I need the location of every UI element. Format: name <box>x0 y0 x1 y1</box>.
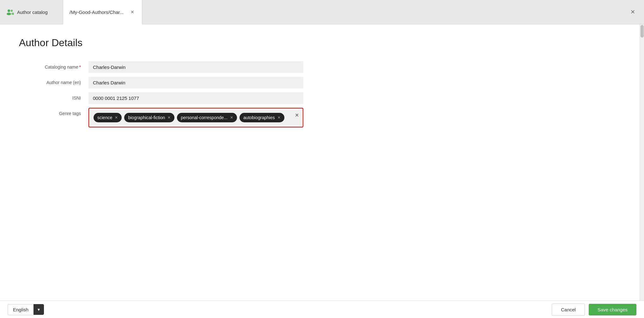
users-icon <box>6 9 14 15</box>
footer-actions: Cancel Save changes <box>552 303 636 316</box>
svg-point-3 <box>11 13 14 15</box>
main-content: Author Details Cataloging name* Author n… <box>0 24 644 301</box>
language-label: English <box>8 304 33 315</box>
cancel-button[interactable]: Cancel <box>552 303 585 316</box>
tag-remove-icon[interactable]: ✕ <box>230 116 233 119</box>
list-item: science✕ <box>94 113 122 122</box>
list-item: personal-corresponde...✕ <box>177 113 237 122</box>
tag-remove-icon[interactable]: ✕ <box>167 116 171 119</box>
author-name-row: Author name (en) <box>19 77 625 89</box>
genre-tags-field[interactable]: science✕biographical-fiction✕personal-co… <box>88 108 303 127</box>
svg-point-2 <box>11 10 13 12</box>
isni-row: ISNI <box>19 92 625 104</box>
language-selector: English ▾ <box>8 304 44 315</box>
tab-bar: Author catalog /My-Good-Authors/Char... … <box>0 0 644 24</box>
tag-label: science <box>97 115 112 120</box>
tab-close-icon[interactable]: ✕ <box>129 9 136 15</box>
tag-label: biographical-fiction <box>128 115 165 120</box>
tags-clear-all-icon[interactable]: ✕ <box>295 112 299 118</box>
isni-label: ISNI <box>19 92 88 101</box>
cataloging-name-row: Cataloging name* <box>19 61 625 73</box>
genre-tags-row: Genre tags science✕biographical-fiction✕… <box>19 108 625 127</box>
tab-author-catalog-label: Author catalog <box>17 9 48 15</box>
footer: English ▾ Cancel Save changes <box>0 301 644 318</box>
author-name-input[interactable] <box>88 77 303 89</box>
page-title: Author Details <box>19 37 625 49</box>
tag-label: autobiographies <box>243 115 275 120</box>
cataloging-name-input[interactable] <box>88 61 303 73</box>
tab-author-catalog[interactable]: Author catalog <box>0 0 63 24</box>
required-indicator: * <box>79 64 81 70</box>
chevron-down-icon: ▾ <box>38 307 40 312</box>
svg-point-1 <box>7 13 11 15</box>
cataloging-name-label: Cataloging name* <box>19 61 88 70</box>
tags-container: science✕biographical-fiction✕personal-co… <box>94 113 298 122</box>
tag-label: personal-corresponde... <box>181 115 228 120</box>
save-button[interactable]: Save changes <box>589 304 636 315</box>
scrollbar-thumb[interactable] <box>641 25 644 38</box>
tag-remove-icon[interactable]: ✕ <box>277 116 281 119</box>
scrollbar-track[interactable] <box>640 24 644 301</box>
window-close-icon[interactable]: ✕ <box>628 7 638 17</box>
svg-point-0 <box>8 9 10 12</box>
tag-remove-icon[interactable]: ✕ <box>115 116 118 119</box>
tab-author-detail[interactable]: /My-Good-Authors/Char... ✕ <box>63 0 142 24</box>
language-dropdown-button[interactable]: ▾ <box>33 304 44 315</box>
isni-input[interactable] <box>88 92 303 104</box>
author-name-label: Author name (en) <box>19 77 88 85</box>
tab-author-detail-label: /My-Good-Authors/Char... <box>70 9 124 15</box>
genre-tags-label: Genre tags <box>19 108 88 116</box>
list-item: autobiographies✕ <box>240 113 284 122</box>
list-item: biographical-fiction✕ <box>124 113 174 122</box>
